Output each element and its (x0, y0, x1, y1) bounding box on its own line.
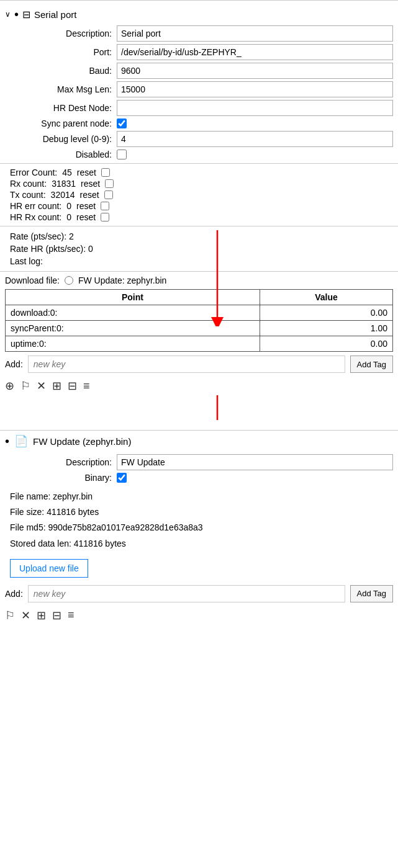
fw-add-row: Add: Add Tag (0, 581, 398, 606)
tx-count-reset-label: reset (80, 190, 99, 200)
error-count-reset-checkbox[interactable] (101, 168, 110, 177)
tx-count-label: Tx count: (10, 190, 46, 200)
hr-err-count-label: HR err count: (10, 201, 61, 211)
description-label: Description: (5, 29, 117, 38)
fw-copy-icon[interactable]: ⊞ (37, 609, 46, 622)
upload-new-file-button[interactable]: Upload new file (10, 559, 88, 578)
serial-port-section: ∨ • ⊟ Serial port Description: Port: Bau… (0, 0, 398, 425)
fw-status-dot: • (5, 435, 9, 447)
rate-pts-label: Rate (pts/sec): (10, 231, 66, 241)
table-row: uptime:0:0.00 (6, 336, 393, 352)
fw-flag-icon[interactable]: ⚐ (5, 609, 15, 622)
fw-file-md5-row: File md5: 990de75b82a01017ea92828d1e63a8… (10, 520, 388, 535)
table-cell-point: uptime:0: (6, 336, 260, 352)
sync-parent-row: Sync parent node: (5, 119, 393, 128)
table-row: download:0:0.00 (6, 305, 393, 321)
baud-row: Baud: (5, 63, 393, 79)
delete-icon[interactable]: ⊟ (68, 379, 77, 393)
hr-err-count-reset-checkbox[interactable] (101, 202, 109, 210)
download-radio-label: FW Update: zephyr.bin (78, 275, 166, 285)
download-label: Download file: (5, 275, 60, 285)
add-input[interactable] (28, 356, 345, 373)
fw-file-size-label: File size: (10, 507, 44, 517)
fw-add-input[interactable] (28, 585, 345, 602)
rx-count-reset-label: reset (81, 179, 100, 189)
fw-file-size-row: File size: 411816 bytes (10, 504, 388, 520)
chevron-down-icon: ∨ (5, 10, 11, 19)
add-icon[interactable]: ⊕ (5, 379, 14, 393)
rate-hr-row: Rate HR (pkts/sec): 0 (0, 243, 398, 255)
description-row: Description: (5, 25, 393, 42)
hr-rx-count-row: HR Rx count: 0 reset (10, 212, 393, 222)
list-icon[interactable]: ≡ (83, 380, 90, 393)
baud-input[interactable] (117, 63, 393, 79)
table-cell-point: syncParent:0: (6, 321, 260, 336)
fw-toolbar: ⚐ ✕ ⊞ ⊟ ≡ (0, 606, 398, 625)
serial-port-header[interactable]: ∨ • ⊟ Serial port (0, 6, 398, 23)
fw-update-section: • 📄 FW Update (zephyr.bin) Description: … (0, 430, 398, 625)
error-count-row: Error Count: 45 reset (10, 168, 393, 177)
disabled-row: Disabled: (5, 150, 393, 159)
fw-close-icon[interactable]: ✕ (21, 609, 30, 622)
serial-port-toolbar: ⊕ ⚐ ✕ ⊞ ⊟ ≡ (0, 377, 398, 395)
stats-section: Error Count: 45 reset Rx count: 31831 re… (0, 163, 398, 226)
fw-file-info: File name: zephyr.bin File size: 411816 … (0, 485, 398, 555)
hr-dest-node-input[interactable] (117, 100, 393, 116)
add-label: Add: (5, 359, 23, 369)
hr-err-count-value: 0 (66, 201, 71, 211)
arrow-space (0, 395, 398, 420)
fw-binary-checkbox[interactable] (117, 473, 127, 483)
tx-count-row: Tx count: 32014 reset (10, 190, 393, 200)
data-table: Point Value download:0:0.00syncParent:0:… (5, 289, 393, 352)
add-tag-button[interactable]: Add Tag (350, 356, 393, 373)
hr-rx-count-reset-checkbox[interactable] (101, 213, 109, 221)
hr-rx-count-reset-label: reset (76, 212, 96, 222)
disabled-label: Disabled: (5, 150, 117, 159)
sync-parent-checkbox[interactable] (117, 119, 127, 128)
copy-icon[interactable]: ⊞ (52, 379, 61, 393)
fw-list-icon[interactable]: ≡ (68, 609, 75, 622)
table-header-point: Point (6, 290, 260, 305)
fw-update-header: • 📄 FW Update (zephyr.bin) (0, 431, 398, 452)
red-arrow-tail (211, 395, 224, 420)
fw-file-md5-label: File md5: (10, 522, 46, 532)
baud-label: Baud: (5, 66, 117, 76)
fw-stored-data-label: Stored data len: (10, 539, 71, 548)
fw-description-row: Description: (5, 454, 393, 470)
debug-level-input[interactable] (117, 131, 393, 147)
description-input[interactable] (117, 25, 393, 42)
max-msg-len-input[interactable] (117, 81, 393, 97)
tx-count-reset-checkbox[interactable] (104, 190, 113, 199)
last-log-label: Last log: (10, 256, 43, 266)
serial-port-icon: ⊟ (22, 9, 30, 20)
disabled-checkbox[interactable] (117, 150, 127, 159)
fw-file-name-row: File name: zephyr.bin (10, 489, 388, 504)
fw-stored-data-row: Stored data len: 411816 bytes (10, 536, 388, 552)
fw-delete-icon[interactable]: ⊟ (52, 609, 61, 622)
flag-icon[interactable]: ⚐ (20, 379, 30, 393)
status-dot: • (14, 8, 19, 20)
fw-add-label: Add: (5, 589, 23, 599)
fw-description-input[interactable] (117, 454, 393, 470)
fw-file-name-label: File name: (10, 491, 50, 501)
hr-err-count-row: HR err count: 0 reset (10, 201, 393, 211)
rx-count-row: Rx count: 31831 reset (10, 179, 393, 189)
table-header-value: Value (260, 290, 392, 305)
error-count-value: 45 (62, 168, 72, 177)
max-msg-len-label: Max Msg Len: (5, 84, 117, 94)
table-cell-value: 0.00 (260, 305, 392, 321)
hr-dest-node-label: HR Dest Node: (5, 103, 117, 113)
fw-add-tag-button[interactable]: Add Tag (350, 585, 393, 602)
debug-level-row: Debug level (0-9): (5, 131, 393, 147)
error-count-reset-label: reset (77, 168, 96, 177)
download-row: Download file: FW Update: zephyr.bin (0, 272, 398, 289)
download-radio[interactable] (65, 276, 73, 285)
rx-count-reset-checkbox[interactable] (105, 179, 114, 188)
table-row: syncParent:0:1.00 (6, 321, 393, 336)
table-cell-value: 0.00 (260, 336, 392, 352)
close-icon[interactable]: ✕ (37, 379, 46, 393)
fw-description-label: Description: (5, 457, 117, 467)
fw-binary-label: Binary: (5, 473, 117, 483)
tx-count-value: 32014 (51, 190, 75, 200)
port-input[interactable] (117, 44, 393, 60)
